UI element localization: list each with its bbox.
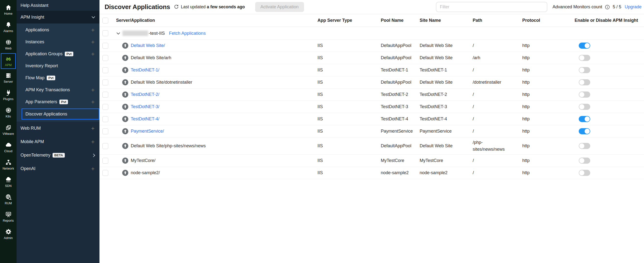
row-checkbox[interactable] xyxy=(102,104,108,110)
plug-icon xyxy=(5,90,12,96)
sidebar-item-web-rum[interactable]: Web RUM+ xyxy=(16,122,100,135)
filter-input[interactable] xyxy=(436,2,547,12)
row-checkbox[interactable] xyxy=(102,55,108,61)
upload-arrow-icon[interactable] xyxy=(122,157,128,164)
upgrade-link[interactable]: Upgrade xyxy=(625,5,642,10)
upload-arrow-icon[interactable] xyxy=(122,42,128,49)
plus-icon[interactable]: + xyxy=(91,87,94,93)
sidebar-item-app-parameters[interactable]: App ParametersPvt+ xyxy=(16,96,100,108)
advanced-monitors-label: Advanced Monitors count xyxy=(552,5,602,10)
rail-item-network[interactable]: Network xyxy=(1,156,16,173)
table-row: node-sample2/IISnode-sample2node-sample2… xyxy=(100,167,644,179)
upload-arrow-icon[interactable] xyxy=(122,55,128,61)
upload-arrow-icon[interactable] xyxy=(122,104,128,110)
sidebar-item-help-assistant[interactable]: Help Assistant xyxy=(16,0,100,11)
plus-icon[interactable]: + xyxy=(91,51,94,57)
fetch-applications-link[interactable]: Fetch Applications xyxy=(169,31,206,36)
rail-item-rum[interactable]: RUM xyxy=(1,191,16,208)
table-header-row: Server/Application App Server Type Pool … xyxy=(100,14,644,27)
plus-icon[interactable]: + xyxy=(91,126,94,131)
application-name-link[interactable]: TestDotNET-1/ xyxy=(131,68,159,73)
row-checkbox-cell xyxy=(100,43,112,49)
plus-icon[interactable]: + xyxy=(91,139,94,145)
site-name-cell: TestDotNET-4 xyxy=(420,116,473,122)
application-name: node-sample2/ xyxy=(131,170,160,175)
application-name-link[interactable]: TestDotNET-4/ xyxy=(131,116,159,122)
plus-icon[interactable]: + xyxy=(91,166,94,172)
application-name-link[interactable]: TestDotNET-3/ xyxy=(131,104,159,109)
apm-insight-toggle[interactable] xyxy=(579,55,590,61)
upload-arrow-icon[interactable] xyxy=(122,170,128,176)
sidebar-item-instances[interactable]: Instances+ xyxy=(16,36,100,48)
sidebar-item-apm-key-transactions[interactable]: APM Key Transactions+ xyxy=(16,84,100,96)
row-checkbox[interactable] xyxy=(102,158,108,164)
activate-application-button[interactable]: Activate Application xyxy=(255,2,304,12)
row-checkbox[interactable] xyxy=(102,128,108,134)
upload-arrow-icon[interactable] xyxy=(122,116,128,122)
upload-arrow-icon[interactable] xyxy=(122,143,128,149)
application-name-link[interactable]: PaymentService/ xyxy=(131,129,164,134)
row-checkbox[interactable] xyxy=(102,80,108,85)
application-name-link[interactable]: TestDotNET-2/ xyxy=(131,92,159,97)
sidebar-item-flow-map[interactable]: Flow MapPvt xyxy=(16,72,100,84)
rail-item-reports[interactable]: Reports xyxy=(1,208,16,225)
row-checkbox[interactable] xyxy=(102,67,108,73)
rail-item-cloud[interactable]: Cloud xyxy=(1,138,16,156)
rail-item-k8s[interactable]: K8s xyxy=(1,104,16,121)
sidebar-item-opentelemetry[interactable]: OpenTelemetryBETA xyxy=(16,148,100,162)
sidebar-section-apm-insight[interactable]: APM Insight xyxy=(16,11,100,24)
upload-arrow-icon[interactable] xyxy=(122,67,128,73)
row-checkbox-cell xyxy=(100,80,112,85)
refresh-icon[interactable] xyxy=(174,5,179,10)
plus-icon[interactable]: + xyxy=(91,99,94,105)
apm-insight-toggle[interactable] xyxy=(579,43,590,49)
plus-icon[interactable]: + xyxy=(91,27,94,33)
collapse-chevron-icon[interactable] xyxy=(116,31,120,34)
rail-item-apm[interactable]: APM xyxy=(1,53,16,69)
upload-arrow-icon[interactable] xyxy=(122,79,128,86)
sidebar-item-applications[interactable]: Applications+ xyxy=(16,24,100,36)
rail-item-label: APM xyxy=(5,63,12,67)
apm-insight-toggle[interactable] xyxy=(579,158,590,164)
header-right-tools: Advanced Monitors count 5 / 5 Upgrade xyxy=(436,2,642,12)
upload-arrow-icon[interactable] xyxy=(122,91,128,98)
sidebar-item-discover-applications[interactable]: Discover Applications xyxy=(22,108,100,120)
sidebar-item-label: Flow Map xyxy=(26,75,44,81)
rail-item-alarms[interactable]: Alarms xyxy=(1,18,16,36)
application-name-link[interactable]: Default Web Site/ xyxy=(131,43,165,48)
server-icon xyxy=(5,72,12,79)
path-cell: /php-sites/news/news xyxy=(473,139,522,153)
apm-insight-toggle[interactable] xyxy=(579,170,590,176)
row-checkbox[interactable] xyxy=(102,143,108,149)
sidebar-item-inventory-report[interactable]: Inventory Report xyxy=(16,60,100,72)
rail-item-vmware[interactable]: VMware xyxy=(1,121,16,138)
sidebar-item-application-groups[interactable]: Application GroupsPvt+ xyxy=(16,48,100,60)
plus-icon[interactable]: + xyxy=(91,39,94,45)
apm-insight-toggle[interactable] xyxy=(579,67,590,73)
row-checkbox[interactable] xyxy=(102,43,108,49)
apm-insight-toggle[interactable] xyxy=(579,128,590,134)
rum-globe-search-icon xyxy=(5,194,12,200)
select-all-checkbox[interactable] xyxy=(102,18,108,24)
rail-item-admin[interactable]: Admin xyxy=(1,225,16,243)
rail-item-home[interactable]: Home xyxy=(1,1,16,18)
apm-insight-toggle[interactable] xyxy=(579,104,590,110)
rail-item-server[interactable]: Server xyxy=(1,69,16,86)
row-checkbox[interactable] xyxy=(102,92,108,98)
sidebar-item-openai[interactable]: OpenAI+ xyxy=(16,162,100,175)
rail-item-sdn[interactable]: SDN xyxy=(1,173,16,191)
col-pool-name: Pool Name xyxy=(381,18,420,23)
upload-arrow-icon[interactable] xyxy=(122,128,128,135)
apm-insight-toggle[interactable] xyxy=(579,92,590,98)
rail-item-web[interactable]: Web xyxy=(1,36,16,53)
row-checkbox[interactable] xyxy=(102,170,108,176)
row-checkbox[interactable] xyxy=(102,116,108,122)
apm-insight-toggle[interactable] xyxy=(579,79,590,85)
toggle-knob xyxy=(579,55,584,60)
apm-insight-toggle[interactable] xyxy=(579,116,590,122)
apm-insight-toggle[interactable] xyxy=(579,143,590,149)
rail-item-plugins[interactable]: Plugins xyxy=(1,86,16,104)
sidebar-item-mobile-apm[interactable]: Mobile APM+ xyxy=(16,135,100,148)
server-row-checkbox[interactable] xyxy=(102,30,108,36)
info-icon[interactable] xyxy=(605,5,610,10)
